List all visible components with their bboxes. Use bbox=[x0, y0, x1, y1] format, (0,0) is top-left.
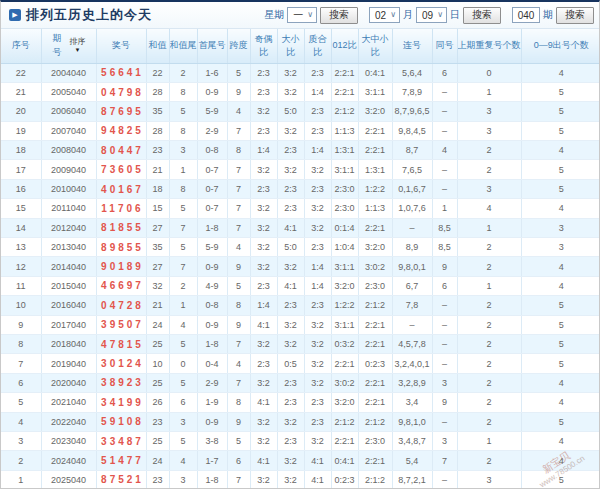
cell: 7 bbox=[227, 218, 250, 237]
cell: 2:2:1 bbox=[331, 82, 358, 101]
table-row: 222004040566412221-652:33:22:32:2:10:4:1… bbox=[1, 63, 600, 82]
cell: 22 bbox=[1, 63, 41, 82]
table-row: 22024040514772441-764:13:24:10:4:12:2:15… bbox=[1, 451, 600, 470]
cell: 3-8 bbox=[197, 431, 227, 450]
cell: 11 bbox=[1, 276, 41, 295]
day-label: 日 bbox=[450, 8, 460, 22]
cell: 4-9 bbox=[197, 276, 227, 295]
week-search-button[interactable]: 搜索 bbox=[320, 7, 358, 24]
date-search-group: 02 ∨ 月 09 ∨ 日 搜索 bbox=[369, 7, 501, 24]
search-controls: 星期 一 ∨ 搜索 02 ∨ 月 09 ∨ 日 搜索 bbox=[253, 7, 594, 24]
cell: 2:3 bbox=[304, 238, 331, 257]
cell: 5 bbox=[521, 354, 600, 373]
day-select[interactable]: 09 ∨ bbox=[416, 7, 447, 23]
cell: 2:3 bbox=[277, 393, 304, 412]
cell: 5 bbox=[521, 296, 600, 315]
cell: 3:2 bbox=[277, 82, 304, 101]
cell: 2004040 bbox=[41, 63, 96, 82]
cell: 4 bbox=[169, 451, 197, 470]
play-icon: ▶ bbox=[9, 9, 21, 21]
cell: 5 bbox=[169, 238, 197, 257]
cell: 12 bbox=[1, 257, 41, 276]
cell: 2:2:1 bbox=[358, 218, 392, 237]
cell: 1:4 bbox=[250, 296, 277, 315]
issue-input[interactable] bbox=[512, 7, 540, 23]
table-row: 192007040948252882-972:33:22:31:1:32:2:1… bbox=[1, 121, 600, 140]
cell: 3:2 bbox=[304, 160, 331, 179]
cell: 3 bbox=[457, 179, 521, 198]
cell: 3:2:0 bbox=[358, 238, 392, 257]
cell: 2:3 bbox=[277, 296, 304, 315]
col-header-consecutive: 连号 bbox=[392, 29, 432, 63]
cell: 3 bbox=[432, 373, 457, 392]
cell: 2:3 bbox=[250, 63, 277, 82]
cell: 8 bbox=[169, 82, 197, 101]
cell: 3 bbox=[169, 141, 197, 160]
cell: 1:3:1 bbox=[358, 160, 392, 179]
cell: 2019040 bbox=[41, 354, 96, 373]
cell: 0:5 bbox=[277, 354, 304, 373]
cell: 2 bbox=[457, 334, 521, 353]
lottery-history-panel: ▶ 排列五历史上的今天 星期 一 ∨ 搜索 02 ∨ 月 09 ∨ bbox=[0, 0, 600, 489]
cell: 6 bbox=[227, 451, 250, 470]
cell: 2:3 bbox=[250, 121, 277, 140]
cell: 59108 bbox=[96, 412, 146, 431]
cell: 5 bbox=[227, 63, 250, 82]
cell: 2:3:0 bbox=[331, 179, 358, 198]
cell: 0-8 bbox=[197, 141, 227, 160]
cell: 8 bbox=[227, 296, 250, 315]
cell: 2:2:1 bbox=[331, 354, 358, 373]
cell: 2:1:2 bbox=[331, 102, 358, 121]
cell: 3:2 bbox=[277, 470, 304, 489]
cell: 1 bbox=[457, 276, 521, 295]
cell: 2 bbox=[457, 315, 521, 334]
cell: 1:2:2 bbox=[331, 296, 358, 315]
cell: 21 bbox=[1, 82, 41, 101]
cell: 1 bbox=[169, 160, 197, 179]
cell: 24 bbox=[146, 451, 169, 470]
cell: 2008040 bbox=[41, 141, 96, 160]
cell: 6 bbox=[169, 393, 197, 412]
week-select[interactable]: 一 ∨ bbox=[287, 7, 317, 23]
cell: 04728 bbox=[96, 296, 146, 315]
cell: 2:3 bbox=[277, 431, 304, 450]
cell: 3 bbox=[457, 121, 521, 140]
cell: 3:1:1 bbox=[331, 257, 358, 276]
cell: – bbox=[432, 315, 457, 334]
cell: 0-7 bbox=[197, 179, 227, 198]
col-header-big-small: 大小比 bbox=[277, 29, 304, 63]
cell: 56641 bbox=[96, 63, 146, 82]
col-header-issue: 期号 排序 ▼ bbox=[41, 29, 96, 63]
cell: 7 bbox=[227, 179, 250, 198]
cell: 34199 bbox=[96, 393, 146, 412]
table-row: 162010040401671880-772:32:32:32:3:01:2:2… bbox=[1, 179, 600, 198]
cell: 0-8 bbox=[197, 296, 227, 315]
cell: 0-7 bbox=[197, 160, 227, 179]
cell: 32 bbox=[146, 276, 169, 295]
issue-search-button[interactable]: 搜索 bbox=[556, 7, 594, 24]
issue-search-group: 期 搜索 bbox=[512, 7, 594, 24]
cell: 2:3 bbox=[277, 141, 304, 160]
cell: – bbox=[432, 160, 457, 179]
col-header-number: 奖号 bbox=[96, 29, 146, 63]
cell: 2020040 bbox=[41, 373, 96, 392]
cell: 5 bbox=[169, 199, 197, 218]
cell: 9 bbox=[227, 257, 250, 276]
cell: 5:0 bbox=[277, 238, 304, 257]
month-select[interactable]: 02 ∨ bbox=[369, 7, 400, 23]
cell: 80447 bbox=[96, 141, 146, 160]
cell: 2:3 bbox=[304, 63, 331, 82]
cell: 3:2 bbox=[250, 102, 277, 121]
cell: 1:4 bbox=[304, 257, 331, 276]
col-header-big-mid-small: 大中小比 bbox=[358, 29, 392, 63]
cell: 0:2:3 bbox=[358, 354, 392, 373]
cell: 1,0,7,6 bbox=[392, 199, 432, 218]
cell: 3:2 bbox=[277, 334, 304, 353]
date-search-button[interactable]: 搜索 bbox=[463, 7, 501, 24]
cell: 2021040 bbox=[41, 393, 96, 412]
cell: 1-6 bbox=[197, 63, 227, 82]
cell: 2007040 bbox=[41, 121, 96, 140]
cell: 9 bbox=[227, 315, 250, 334]
sort-control[interactable]: 排序 ▼ bbox=[70, 38, 86, 53]
col-header-same: 同号 bbox=[432, 29, 457, 63]
